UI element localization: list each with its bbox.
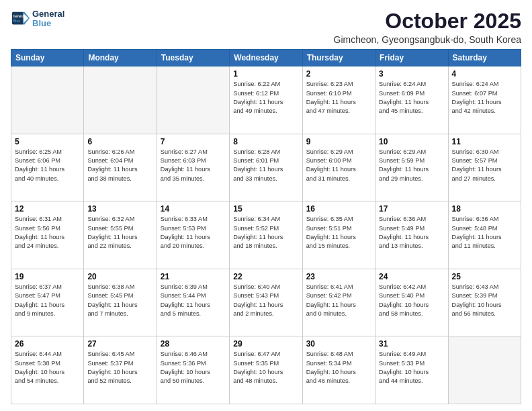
day-info: Sunrise: 6:35 AM Sunset: 5:51 PM Dayligh… (306, 215, 371, 250)
day-info: Sunrise: 6:46 AM Sunset: 5:36 PM Dayligh… (161, 350, 226, 385)
calendar-cell: 3Sunrise: 6:24 AM Sunset: 6:09 PM Daylig… (375, 66, 448, 134)
day-info: Sunrise: 6:38 AM Sunset: 5:45 PM Dayligh… (87, 283, 152, 318)
day-number: 31 (379, 339, 444, 349)
calendar-table: SundayMondayTuesdayWednesdayThursdayFrid… (11, 49, 521, 404)
day-info: Sunrise: 6:34 AM Sunset: 5:52 PM Dayligh… (233, 215, 298, 250)
day-number: 3 (379, 69, 444, 79)
day-number: 16 (306, 204, 371, 214)
day-info: Sunrise: 6:29 AM Sunset: 6:00 PM Dayligh… (306, 148, 371, 183)
day-info: Sunrise: 6:36 AM Sunset: 5:49 PM Dayligh… (379, 215, 444, 250)
day-number: 5 (15, 137, 80, 146)
day-info: Sunrise: 6:48 AM Sunset: 5:34 PM Dayligh… (306, 350, 371, 385)
header-day-monday: Monday (84, 50, 157, 66)
calendar-cell: 1Sunrise: 6:22 AM Sunset: 6:12 PM Daylig… (230, 66, 302, 134)
day-number: 12 (15, 204, 80, 214)
calendar-cell: 30Sunrise: 6:48 AM Sunset: 5:34 PM Dayli… (302, 336, 375, 404)
day-number: 29 (233, 339, 298, 349)
header-day-saturday: Saturday (448, 50, 521, 66)
day-info: Sunrise: 6:37 AM Sunset: 5:47 PM Dayligh… (15, 283, 80, 318)
header-day-sunday: Sunday (11, 50, 84, 66)
logo-text-blue: Blue (32, 19, 64, 28)
calendar-cell: 18Sunrise: 6:36 AM Sunset: 5:48 PM Dayli… (448, 201, 521, 269)
calendar-cell: 28Sunrise: 6:46 AM Sunset: 5:36 PM Dayli… (157, 336, 229, 404)
logo: General Blue General Blue (11, 9, 64, 29)
day-info: Sunrise: 6:29 AM Sunset: 5:59 PM Dayligh… (379, 148, 444, 183)
day-number: 19 (15, 272, 80, 281)
page: General Blue General Blue October 2025 G… (0, 0, 532, 411)
header-row: SundayMondayTuesdayWednesdayThursdayFrid… (11, 50, 521, 66)
day-info: Sunrise: 6:24 AM Sunset: 6:09 PM Dayligh… (379, 80, 444, 116)
calendar-cell: 15Sunrise: 6:34 AM Sunset: 5:52 PM Dayli… (230, 201, 302, 269)
day-number: 17 (379, 204, 444, 214)
day-info: Sunrise: 6:47 AM Sunset: 5:35 PM Dayligh… (233, 350, 298, 385)
calendar-cell (448, 336, 521, 404)
header-day-friday: Friday (375, 50, 448, 66)
day-info: Sunrise: 6:24 AM Sunset: 6:07 PM Dayligh… (452, 80, 517, 116)
calendar-cell: 12Sunrise: 6:31 AM Sunset: 5:56 PM Dayli… (11, 201, 84, 269)
day-info: Sunrise: 6:30 AM Sunset: 5:57 PM Dayligh… (452, 148, 517, 183)
day-info: Sunrise: 6:32 AM Sunset: 5:55 PM Dayligh… (87, 215, 152, 250)
header-day-tuesday: Tuesday (157, 50, 229, 66)
day-info: Sunrise: 6:33 AM Sunset: 5:53 PM Dayligh… (161, 215, 226, 250)
svg-text:General: General (13, 15, 25, 18)
day-info: Sunrise: 6:49 AM Sunset: 5:33 PM Dayligh… (379, 350, 444, 385)
header-day-wednesday: Wednesday (230, 50, 302, 66)
day-number: 1 (233, 69, 298, 79)
day-number: 15 (233, 204, 298, 214)
calendar-cell (11, 66, 84, 134)
calendar-cell: 20Sunrise: 6:38 AM Sunset: 5:45 PM Dayli… (84, 269, 157, 336)
calendar-cell: 19Sunrise: 6:37 AM Sunset: 5:47 PM Dayli… (11, 269, 84, 336)
calendar-cell: 7Sunrise: 6:27 AM Sunset: 6:03 PM Daylig… (157, 134, 229, 201)
day-number: 23 (306, 272, 371, 281)
calendar-cell: 29Sunrise: 6:47 AM Sunset: 5:35 PM Dayli… (230, 336, 302, 404)
title-block: October 2025 Gimcheon, Gyeongsangbuk-do,… (334, 9, 521, 45)
day-number: 9 (306, 137, 371, 146)
calendar-cell: 17Sunrise: 6:36 AM Sunset: 5:49 PM Dayli… (375, 201, 448, 269)
calendar-cell: 2Sunrise: 6:23 AM Sunset: 6:10 PM Daylig… (302, 66, 375, 134)
calendar-cell: 4Sunrise: 6:24 AM Sunset: 6:07 PM Daylig… (448, 66, 521, 134)
day-number: 6 (87, 137, 152, 146)
day-number: 10 (379, 137, 444, 146)
day-number: 8 (233, 137, 298, 146)
week-row-2: 12Sunrise: 6:31 AM Sunset: 5:56 PM Dayli… (11, 201, 521, 269)
week-row-3: 19Sunrise: 6:37 AM Sunset: 5:47 PM Dayli… (11, 269, 521, 336)
calendar-cell: 23Sunrise: 6:41 AM Sunset: 5:42 PM Dayli… (302, 269, 375, 336)
day-info: Sunrise: 6:39 AM Sunset: 5:44 PM Dayligh… (161, 283, 226, 318)
calendar-cell (84, 66, 157, 134)
day-info: Sunrise: 6:44 AM Sunset: 5:38 PM Dayligh… (15, 350, 80, 385)
day-number: 27 (87, 339, 152, 349)
week-row-0: 1Sunrise: 6:22 AM Sunset: 6:12 PM Daylig… (11, 66, 521, 134)
calendar-cell: 24Sunrise: 6:42 AM Sunset: 5:40 PM Dayli… (375, 269, 448, 336)
calendar-cell: 22Sunrise: 6:40 AM Sunset: 5:43 PM Dayli… (230, 269, 302, 336)
calendar-cell: 16Sunrise: 6:35 AM Sunset: 5:51 PM Dayli… (302, 201, 375, 269)
calendar-cell: 6Sunrise: 6:26 AM Sunset: 6:04 PM Daylig… (84, 134, 157, 201)
day-number: 13 (87, 204, 152, 214)
day-number: 22 (233, 272, 298, 281)
day-number: 7 (161, 137, 226, 146)
day-number: 24 (379, 272, 444, 281)
header: General Blue General Blue October 2025 G… (11, 9, 521, 45)
day-number: 30 (306, 339, 371, 349)
day-number: 2 (306, 69, 371, 79)
logo-icon: General Blue (11, 9, 30, 28)
day-number: 21 (161, 272, 226, 281)
day-info: Sunrise: 6:23 AM Sunset: 6:10 PM Dayligh… (306, 80, 371, 116)
day-info: Sunrise: 6:41 AM Sunset: 5:42 PM Dayligh… (306, 283, 371, 318)
calendar-cell (157, 66, 229, 134)
calendar-cell: 11Sunrise: 6:30 AM Sunset: 5:57 PM Dayli… (448, 134, 521, 201)
calendar-cell: 31Sunrise: 6:49 AM Sunset: 5:33 PM Dayli… (375, 336, 448, 404)
calendar-cell: 27Sunrise: 6:45 AM Sunset: 5:37 PM Dayli… (84, 336, 157, 404)
day-info: Sunrise: 6:25 AM Sunset: 6:06 PM Dayligh… (15, 148, 80, 183)
day-number: 14 (161, 204, 226, 214)
day-number: 20 (87, 272, 152, 281)
day-number: 18 (452, 204, 517, 214)
day-info: Sunrise: 6:22 AM Sunset: 6:12 PM Dayligh… (233, 80, 298, 116)
calendar-cell: 9Sunrise: 6:29 AM Sunset: 6:00 PM Daylig… (302, 134, 375, 201)
day-info: Sunrise: 6:26 AM Sunset: 6:04 PM Dayligh… (87, 148, 152, 183)
day-number: 26 (15, 339, 80, 349)
day-info: Sunrise: 6:42 AM Sunset: 5:40 PM Dayligh… (379, 283, 444, 318)
calendar-cell: 5Sunrise: 6:25 AM Sunset: 6:06 PM Daylig… (11, 134, 84, 201)
calendar-cell: 14Sunrise: 6:33 AM Sunset: 5:53 PM Dayli… (157, 201, 229, 269)
calendar-cell: 21Sunrise: 6:39 AM Sunset: 5:44 PM Dayli… (157, 269, 229, 336)
day-info: Sunrise: 6:40 AM Sunset: 5:43 PM Dayligh… (233, 283, 298, 318)
